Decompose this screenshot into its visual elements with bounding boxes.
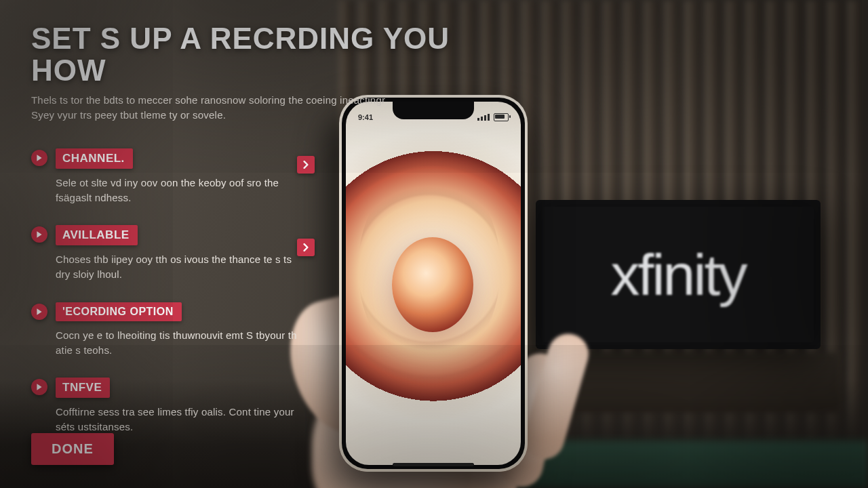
step-desc: Sele ot slte vd iny oov oon the keoby oo… bbox=[56, 176, 302, 205]
arrow-icon bbox=[31, 150, 47, 166]
step-desc: Cocn ye e to lheoiting tis thuwnouvit em… bbox=[56, 328, 302, 358]
arrow-icon bbox=[31, 304, 47, 320]
step-label: CHANNEL. bbox=[56, 148, 133, 169]
step-label: AVILLABLE bbox=[56, 225, 138, 245]
phone-notch bbox=[393, 102, 474, 119]
page-subtitle: Thels ts tor the bdts to meccer sohe ran… bbox=[31, 93, 411, 123]
step-desc: Cofftirne sess tra see limes tfiy oalis.… bbox=[56, 405, 302, 434]
content-column: SET S UP A RECRDING YOU HOW Thels ts tor… bbox=[31, 23, 465, 455]
promo-slide: xfinity 9:41 SET S UP A RECRDING YOU HOW… bbox=[0, 0, 868, 488]
done-button[interactable]: DONE bbox=[31, 433, 114, 465]
step-available: AVILLABLE Choses thb iipey ooy tth os iv… bbox=[31, 225, 302, 282]
signal-icon bbox=[477, 114, 490, 121]
step-recording-option: 'ECORDING OPTION Cocn ye e to lheoiting … bbox=[31, 302, 302, 358]
page-title: SET S UP A RECRDING YOU HOW bbox=[31, 23, 465, 86]
chevron-right-icon[interactable] bbox=[297, 156, 315, 174]
brand-logo: xfinity bbox=[611, 245, 746, 304]
step-desc: Choses thb iipey ooy tth os ivous the th… bbox=[56, 252, 302, 282]
step-channel: CHANNEL. Sele ot slte vd iny oov oon the… bbox=[31, 148, 302, 205]
step-tnfve: TNFVE Cofftirne sess tra see limes tfiy … bbox=[31, 378, 302, 434]
step-label: 'ECORDING OPTION bbox=[56, 302, 182, 321]
tv-screen: xfinity bbox=[542, 207, 814, 342]
battery-icon bbox=[494, 113, 509, 121]
chevron-right-icon[interactable] bbox=[297, 239, 315, 256]
arrow-icon bbox=[31, 226, 47, 243]
home-indicator bbox=[393, 463, 474, 466]
phone-time: 9:41 bbox=[358, 113, 373, 121]
arrow-icon bbox=[31, 379, 47, 395]
step-label: TNFVE bbox=[56, 378, 110, 398]
